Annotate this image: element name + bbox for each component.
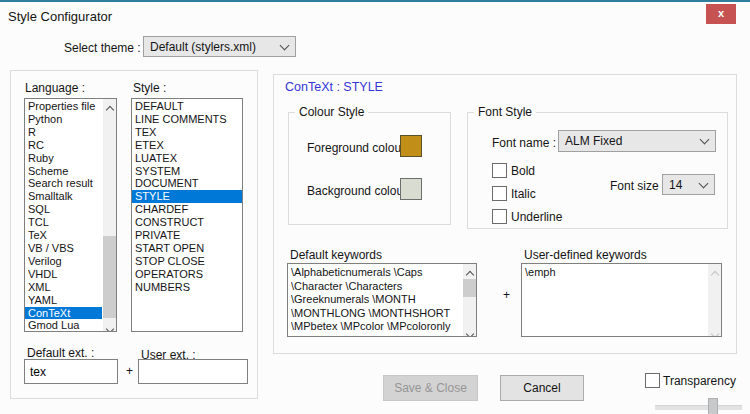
list-item[interactable]: RC (25, 139, 102, 152)
language-listbox[interactable]: Properties filePythonRRCRubySchemeSearch… (24, 98, 117, 332)
list-item[interactable]: Verilog (25, 255, 102, 268)
list-item[interactable]: TeX (25, 229, 102, 242)
italic-label: Italic (511, 187, 536, 201)
transparency-checkbox[interactable] (645, 373, 660, 388)
theme-select-value: Default (stylers.xml) (150, 40, 256, 54)
scroll-up-icon[interactable] (463, 264, 476, 277)
list-item[interactable]: Ruby (25, 152, 102, 165)
scrollbar-thumb[interactable] (103, 236, 116, 321)
scroll-down-icon[interactable] (463, 323, 476, 336)
list-item[interactable]: R (25, 126, 102, 139)
default-keywords-content: \Alphabeticnumerals \Caps\Character \Cha… (291, 266, 462, 334)
foreground-colour-label: Foreground colour (307, 141, 405, 155)
list-item[interactable]: CHARDEF (132, 203, 242, 216)
keyword-line: \MPbetex \MPcolor \MPcoloronly (291, 320, 462, 334)
font-style-title: Font Style (474, 105, 536, 119)
list-item[interactable]: LUATEX (132, 152, 242, 165)
scroll-down-icon[interactable] (103, 318, 116, 331)
transparency-slider-track[interactable] (655, 405, 742, 410)
bold-checkbox[interactable] (492, 163, 507, 178)
list-item[interactable]: STOP CLOSE (132, 255, 242, 268)
list-item[interactable]: SYSTEM (132, 165, 242, 178)
list-item[interactable]: DEFAULT (132, 100, 242, 113)
list-item[interactable]: START OPEN (132, 242, 242, 255)
default-keywords-textarea[interactable]: \Alphabeticnumerals \Caps\Character \Cha… (287, 263, 477, 337)
list-item[interactable]: SQL (25, 203, 102, 216)
keyword-line: \Character \Characters (291, 280, 462, 294)
list-item[interactable]: PRIVATE (132, 229, 242, 242)
default-ext-label: Default ext. : (27, 346, 94, 360)
default-keywords-label: Default keywords (290, 248, 382, 262)
keyword-line: \Alphabeticnumerals \Caps (291, 266, 462, 280)
user-ext-input[interactable] (138, 359, 248, 384)
list-item[interactable]: LINE COMMENTS (132, 113, 242, 126)
list-item[interactable]: ETEX (132, 139, 242, 152)
font-name-select[interactable]: ALM Fixed (558, 130, 716, 152)
font-name-label: Font name : (492, 136, 556, 150)
list-item[interactable]: Properties file (25, 100, 102, 113)
user-defined-keywords-content: \emph (525, 266, 707, 280)
list-item[interactable]: DOCUMENT (132, 177, 242, 190)
save-and-close-button[interactable]: Save & Close (383, 375, 478, 401)
keyword-line: \MONTHLONG \MONTHSHORT (291, 307, 462, 321)
underline-label: Underline (511, 210, 562, 224)
select-theme-label: Select theme : (64, 41, 141, 55)
keyword-line: \Greeknumerals \MONTH (291, 293, 462, 307)
list-item[interactable]: Search result (25, 177, 102, 190)
close-icon[interactable]: x (706, 4, 736, 24)
colour-style-groupbox: Colour Style (288, 112, 451, 225)
language-items: Properties filePythonRRCRubySchemeSearch… (25, 100, 102, 332)
list-item[interactable]: ConTeXt (25, 307, 102, 320)
keywords-plus-sign: + (503, 288, 510, 302)
list-item[interactable]: NUMBERS (132, 281, 242, 294)
list-item[interactable]: CONSTRUCT (132, 216, 242, 229)
selected-language-style-header: ConTeXt : STYLE (285, 80, 383, 94)
font-name-value: ALM Fixed (565, 134, 622, 148)
list-item[interactable]: TCL (25, 216, 102, 229)
style-listbox[interactable]: DEFAULTLINE COMMENTSTEXETEXLUATEXSYSTEMD… (131, 98, 243, 332)
scroll-up-icon[interactable] (103, 99, 116, 112)
transparency-label: Transparency (663, 374, 736, 388)
chevron-down-icon (699, 178, 709, 188)
colour-style-title: Colour Style (295, 105, 368, 119)
chevron-down-icon (280, 40, 290, 50)
list-item[interactable]: Scheme (25, 165, 102, 178)
list-item[interactable]: Gmod Lua (25, 319, 102, 332)
list-item[interactable]: Smalltalk (25, 190, 102, 203)
font-size-value: 14 (669, 178, 682, 192)
bold-label: Bold (511, 164, 535, 178)
language-scrollbar[interactable] (103, 99, 116, 331)
foreground-colour-swatch[interactable] (400, 135, 422, 157)
theme-select[interactable]: Default (stylers.xml) (143, 36, 296, 57)
window-title: Style Configurator (8, 9, 112, 24)
list-item[interactable]: Python (25, 113, 102, 126)
background-colour-label: Background colour (307, 184, 407, 198)
italic-checkbox[interactable] (492, 186, 507, 201)
scroll-up-icon (708, 264, 721, 277)
style-items: DEFAULTLINE COMMENTSTEXETEXLUATEXSYSTEMD… (132, 100, 242, 294)
user-defined-keywords-textarea[interactable]: \emph (521, 263, 722, 337)
list-item[interactable]: VHDL (25, 268, 102, 281)
transparency-slider-thumb[interactable] (708, 398, 718, 414)
list-item[interactable]: STYLE (132, 190, 242, 203)
user-defined-keywords-label: User-defined keywords (524, 248, 647, 262)
user-keywords-scrollbar (708, 264, 721, 336)
font-size-label: Font size : (610, 179, 665, 193)
font-size-select[interactable]: 14 (662, 174, 715, 195)
list-item[interactable]: VB / VBS (25, 242, 102, 255)
default-keywords-scrollbar[interactable] (463, 264, 476, 336)
language-label: Language : (25, 81, 85, 95)
default-ext-input[interactable] (24, 359, 118, 384)
list-item[interactable]: XML (25, 281, 102, 294)
list-item[interactable]: YAML (25, 294, 102, 307)
chevron-down-icon (700, 135, 710, 145)
scroll-down-icon (708, 323, 721, 336)
background-colour-swatch[interactable] (400, 178, 422, 200)
style-configurator-dialog: Style Configurator x Select theme : Defa… (0, 0, 750, 414)
style-label: Style : (133, 81, 166, 95)
list-item[interactable]: TEX (132, 126, 242, 139)
scrollbar-thumb[interactable] (463, 279, 476, 297)
cancel-button[interactable]: Cancel (500, 375, 584, 401)
list-item[interactable]: OPERATORS (132, 268, 242, 281)
underline-checkbox[interactable] (492, 209, 507, 224)
